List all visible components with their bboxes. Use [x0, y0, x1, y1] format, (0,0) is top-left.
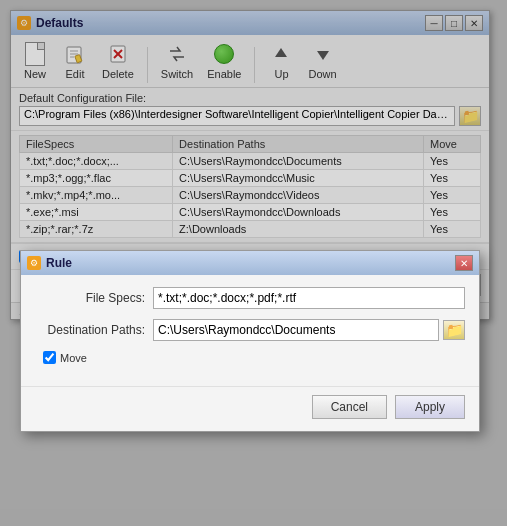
dest-path-row-inner: 📁	[153, 319, 465, 341]
rule-title-bar: ⚙ Rule ✕	[21, 251, 479, 275]
move-label: Move	[60, 352, 87, 364]
rule-body: File Specs: Destination Paths: 📁 Move	[21, 275, 479, 386]
move-check-item[interactable]: Move	[43, 351, 87, 364]
rule-close-title-button[interactable]: ✕	[455, 255, 473, 271]
file-specs-row: File Specs:	[35, 287, 465, 309]
dest-browse-button[interactable]: 📁	[443, 320, 465, 340]
rule-title-text: Rule	[46, 256, 72, 270]
dest-path-input[interactable]	[153, 319, 439, 341]
rule-title-left: ⚙ Rule	[27, 256, 72, 270]
cancel-button[interactable]: Cancel	[312, 395, 387, 419]
file-specs-input[interactable]	[153, 287, 465, 309]
file-specs-label: File Specs:	[35, 291, 145, 305]
move-checkbox[interactable]	[43, 351, 56, 364]
rule-title-buttons: ✕	[455, 255, 473, 271]
rule-buttons: Cancel Apply	[21, 386, 479, 431]
rule-dialog: ⚙ Rule ✕ File Specs: Destination Paths: …	[20, 250, 480, 432]
move-row: Move	[35, 351, 465, 364]
apply-button[interactable]: Apply	[395, 395, 465, 419]
dest-paths-row: Destination Paths: 📁	[35, 319, 465, 341]
rule-app-icon: ⚙	[27, 256, 41, 270]
dest-paths-label: Destination Paths:	[35, 323, 145, 337]
dest-folder-icon: 📁	[446, 322, 463, 338]
